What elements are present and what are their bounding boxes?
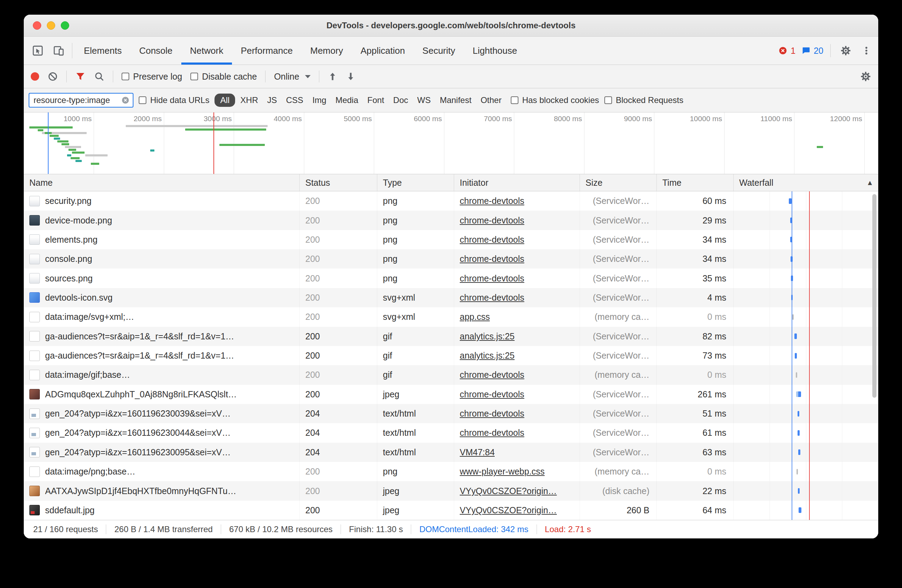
inspect-element-button[interactable] — [27, 37, 48, 64]
preserve-log-checkbox[interactable]: Preserve log — [122, 72, 182, 82]
request-status-cell: 204 — [300, 404, 377, 423]
request-row[interactable]: data:image/svg+xml;…200svg+xmlapp.css(me… — [24, 307, 878, 327]
request-name-cell: gen_204?atyp=i&zx=1601196230039&sei=xV… — [24, 404, 300, 423]
issues-badge[interactable]: 20 — [801, 46, 824, 56]
column-header-size[interactable]: Size — [580, 174, 657, 191]
column-header-status[interactable]: Status — [300, 174, 377, 191]
request-row[interactable]: ga-audiences?t=sr&aip=1&_r=4&slf_rd=1&v=… — [24, 346, 878, 365]
device-toolbar-button[interactable] — [48, 37, 69, 64]
tab-memory[interactable]: Memory — [301, 37, 352, 64]
import-har-button[interactable] — [328, 72, 337, 81]
minimize-button[interactable] — [47, 21, 55, 30]
filter-pill-js[interactable]: JS — [263, 93, 281, 107]
request-name-cell: data:image/png;base… — [24, 462, 300, 481]
request-row[interactable]: gen_204?atyp=i&zx=1601196230095&sei=xV…2… — [24, 443, 878, 462]
request-row[interactable]: sources.png200pngchrome-devtools(Service… — [24, 269, 878, 288]
close-button[interactable] — [33, 21, 41, 30]
filter-pill-doc[interactable]: Doc — [390, 93, 412, 107]
request-row[interactable]: data:image/png;base…200pngwww-player-web… — [24, 462, 878, 481]
column-header-type[interactable]: Type — [377, 174, 454, 191]
initiator-link[interactable]: VYyQv0CSZOE?origin… — [460, 505, 557, 515]
tab-lighthouse[interactable]: Lighthouse — [464, 37, 526, 64]
initiator-link[interactable]: app.css — [460, 312, 490, 322]
request-initiator-cell: VM47:84 — [454, 443, 580, 462]
initiator-link[interactable]: chrome-devtools — [460, 216, 525, 225]
initiator-link[interactable]: analytics.js:25 — [460, 332, 515, 341]
initiator-link[interactable]: chrome-devtools — [460, 254, 525, 264]
initiator-link[interactable]: www-player-webp.css — [460, 466, 545, 477]
network-overview-timeline[interactable]: 1000 ms2000 ms3000 ms4000 ms5000 ms6000 … — [24, 113, 878, 174]
initiator-link[interactable]: chrome-devtools — [460, 196, 525, 206]
request-row[interactable]: AATXAJywSIpD1jf4EbqHXTfbe0mnyHqGFNTu…200… — [24, 481, 878, 500]
sort-direction-icon[interactable]: ▲ — [866, 179, 878, 187]
filter-pill-manifest[interactable]: Manifest — [436, 93, 476, 107]
request-row[interactable]: data:image/gif;base…200gifchrome-devtool… — [24, 365, 878, 385]
request-row[interactable]: ga-audiences?t=sr&aip=1&_r=4&slf_rd=1&v=… — [24, 327, 878, 346]
ruler-gridline — [724, 113, 725, 174]
throttling-dropdown[interactable]: Online — [274, 72, 310, 82]
request-row[interactable]: security.png200pngchrome-devtools(Servic… — [24, 191, 878, 211]
request-row[interactable]: elements.png200pngchrome-devtools(Servic… — [24, 230, 878, 249]
initiator-link[interactable]: analytics.js:25 — [460, 350, 515, 361]
filter-pill-font[interactable]: Font — [364, 93, 388, 107]
request-type-cell: svg+xml — [377, 307, 454, 327]
settings-button[interactable] — [838, 45, 854, 56]
clear-network-log-button[interactable] — [47, 71, 58, 82]
search-button[interactable] — [94, 71, 105, 82]
disable-cache-checkbox[interactable]: Disable cache — [190, 72, 257, 82]
tab-performance[interactable]: Performance — [232, 37, 301, 64]
request-row[interactable]: console.png200pngchrome-devtools(Service… — [24, 249, 878, 269]
initiator-link[interactable]: chrome-devtools — [460, 428, 525, 438]
filter-pill-media[interactable]: Media — [332, 93, 362, 107]
shot-light-file-icon — [29, 234, 40, 245]
tab-network[interactable]: Network — [181, 37, 232, 64]
export-har-button[interactable] — [346, 72, 355, 81]
console-errors-badge[interactable]: 1 — [778, 46, 796, 56]
more-options-button[interactable] — [860, 46, 873, 56]
initiator-link[interactable]: chrome-devtools — [460, 408, 525, 419]
initiator-link[interactable]: chrome-devtools — [460, 370, 525, 380]
filter-toggle-button[interactable] — [75, 71, 86, 82]
hide-data-urls-checkbox[interactable]: Hide data URLs — [139, 95, 209, 105]
initiator-link[interactable]: VM47:84 — [460, 447, 495, 457]
vertical-scrollbar-thumb[interactable] — [872, 194, 877, 398]
column-header-initiator[interactable]: Initiator — [454, 174, 580, 191]
request-row[interactable]: device-mode.png200pngchrome-devtools(Ser… — [24, 211, 878, 230]
column-header-time[interactable]: Time — [657, 174, 734, 191]
initiator-link[interactable]: chrome-devtools — [460, 235, 525, 245]
request-row[interactable]: gen_204?atyp=i&zx=1601196230044&sei=xV…2… — [24, 423, 878, 443]
request-row[interactable]: gen_204?atyp=i&zx=1601196230039&sei=xV…2… — [24, 404, 878, 423]
request-row[interactable]: ADGmqu8qexLZuhphT_0Aj88Ng8riLFKASQlslt…2… — [24, 385, 878, 404]
arrow-down-icon — [346, 72, 355, 81]
initiator-link[interactable]: chrome-devtools — [460, 274, 525, 283]
tab-security[interactable]: Security — [413, 37, 464, 64]
blocked-requests-checkbox[interactable]: Blocked Requests — [604, 95, 683, 105]
request-row[interactable]: sddefault.jpg200jpegVYyQv0CSZOE?origin…2… — [24, 501, 878, 520]
initiator-link[interactable]: chrome-devtools — [460, 389, 525, 399]
filter-pill-img[interactable]: Img — [308, 93, 330, 107]
zoom-button[interactable] — [61, 21, 69, 30]
filter-pill-xhr[interactable]: XHR — [236, 93, 262, 107]
request-row[interactable]: devtools-icon.svg200svg+xmlchrome-devtoo… — [24, 288, 878, 307]
network-settings-button[interactable] — [860, 71, 871, 82]
tab-elements[interactable]: Elements — [75, 37, 130, 64]
record-network-log-button[interactable] — [31, 72, 39, 81]
tab-console[interactable]: Console — [130, 37, 181, 64]
filter-pill-css[interactable]: CSS — [282, 93, 307, 107]
clear-filter-icon[interactable] — [121, 96, 130, 105]
filter-pill-all[interactable]: All — [215, 94, 235, 107]
request-name-cell: elements.png — [24, 230, 300, 249]
filter-pill-ws[interactable]: WS — [413, 93, 435, 107]
has-blocked-cookies-checkbox[interactable]: Has blocked cookies — [511, 95, 599, 105]
request-size-cell: 260 B — [580, 501, 657, 520]
column-header-name[interactable]: Name — [24, 174, 300, 191]
initiator-link[interactable]: VYyQv0CSZOE?origin… — [460, 486, 557, 496]
waterfall-gridline — [770, 191, 770, 520]
tab-application[interactable]: Application — [352, 37, 413, 64]
filter-pill-other[interactable]: Other — [477, 93, 506, 107]
column-header-label: Type — [383, 178, 402, 188]
request-initiator-cell: app.css — [454, 307, 580, 327]
column-header-waterfall[interactable]: Waterfall▲ — [734, 174, 878, 191]
filter-input[interactable] — [33, 95, 121, 105]
initiator-link[interactable]: chrome-devtools — [460, 292, 525, 303]
